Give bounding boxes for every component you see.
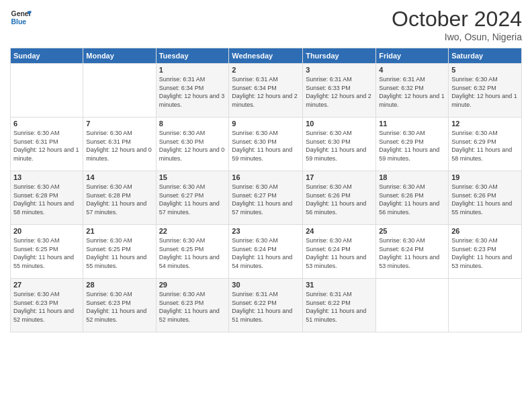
- cell-details: Sunrise: 6:30 AMSunset: 6:24 PMDaylight:…: [306, 236, 373, 270]
- table-row: 6 Sunrise: 6:30 AMSunset: 6:31 PMDayligh…: [11, 118, 522, 171]
- table-row: 27 Sunrise: 6:30 AMSunset: 6:23 PMDaylig…: [11, 279, 522, 332]
- calendar-cell: 23 Sunrise: 6:30 AMSunset: 6:24 PMDaylig…: [229, 225, 303, 279]
- day-number: 2: [232, 66, 300, 74]
- day-number: 17: [306, 173, 373, 181]
- calendar-cell: 3 Sunrise: 6:31 AMSunset: 6:33 PMDayligh…: [303, 64, 376, 118]
- calendar-cell: 25 Sunrise: 6:30 AMSunset: 6:24 PMDaylig…: [376, 225, 449, 279]
- calendar-cell: 20 Sunrise: 6:30 AMSunset: 6:25 PMDaylig…: [11, 225, 83, 279]
- calendar-cell: 18 Sunrise: 6:30 AMSunset: 6:26 PMDaylig…: [376, 171, 449, 225]
- cell-details: Sunrise: 6:30 AMSunset: 6:32 PMDaylight:…: [451, 75, 519, 109]
- cell-details: Sunrise: 6:30 AMSunset: 6:25 PMDaylight:…: [86, 236, 152, 270]
- day-number: 26: [451, 227, 519, 235]
- calendar-cell: [11, 64, 83, 118]
- col-sunday: Sunday: [11, 48, 83, 64]
- calendar-cell: 2 Sunrise: 6:31 AMSunset: 6:34 PMDayligh…: [229, 64, 303, 118]
- cell-details: Sunrise: 6:30 AMSunset: 6:27 PMDaylight:…: [159, 183, 226, 216]
- calendar-cell: 12 Sunrise: 6:30 AMSunset: 6:29 PMDaylig…: [449, 118, 522, 171]
- table-row: 13 Sunrise: 6:30 AMSunset: 6:28 PMDaylig…: [11, 171, 522, 225]
- calendar-cell: 10 Sunrise: 6:30 AMSunset: 6:30 PMDaylig…: [303, 118, 376, 171]
- calendar-cell: 4 Sunrise: 6:31 AMSunset: 6:32 PMDayligh…: [376, 64, 449, 118]
- cell-details: Sunrise: 6:31 AMSunset: 6:34 PMDaylight:…: [232, 75, 300, 109]
- calendar-cell: 28 Sunrise: 6:30 AMSunset: 6:23 PMDaylig…: [83, 279, 156, 332]
- calendar-cell: 19 Sunrise: 6:30 AMSunset: 6:26 PMDaylig…: [449, 171, 522, 225]
- day-number: 22: [159, 227, 226, 235]
- cell-details: Sunrise: 6:30 AMSunset: 6:23 PMDaylight:…: [13, 290, 80, 324]
- calendar-cell: 29 Sunrise: 6:30 AMSunset: 6:23 PMDaylig…: [156, 279, 229, 332]
- day-number: 11: [379, 120, 445, 128]
- page-header: General Blue October 2024 Iwo, Osun, Nig…: [10, 7, 522, 42]
- day-number: 7: [86, 120, 152, 128]
- cell-details: Sunrise: 6:31 AMSunset: 6:22 PMDaylight:…: [306, 290, 373, 324]
- calendar-cell: 1 Sunrise: 6:31 AMSunset: 6:34 PMDayligh…: [156, 64, 229, 118]
- day-number: 23: [232, 227, 300, 235]
- day-number: 9: [232, 120, 300, 128]
- cell-details: Sunrise: 6:31 AMSunset: 6:32 PMDaylight:…: [379, 75, 445, 109]
- cell-details: Sunrise: 6:30 AMSunset: 6:29 PMDaylight:…: [451, 129, 519, 163]
- day-number: 1: [159, 66, 226, 74]
- cell-details: Sunrise: 6:30 AMSunset: 6:25 PMDaylight:…: [13, 236, 80, 270]
- calendar-cell: 9 Sunrise: 6:30 AMSunset: 6:30 PMDayligh…: [229, 118, 303, 171]
- col-monday: Monday: [83, 48, 156, 64]
- day-number: 18: [379, 173, 445, 181]
- calendar-cell: 15 Sunrise: 6:30 AMSunset: 6:27 PMDaylig…: [156, 171, 229, 225]
- calendar-cell: 26 Sunrise: 6:30 AMSunset: 6:23 PMDaylig…: [449, 225, 522, 279]
- cell-details: Sunrise: 6:30 AMSunset: 6:23 PMDaylight:…: [451, 236, 519, 270]
- calendar-cell: 11 Sunrise: 6:30 AMSunset: 6:29 PMDaylig…: [376, 118, 449, 171]
- cell-details: Sunrise: 6:31 AMSunset: 6:34 PMDaylight:…: [159, 75, 226, 109]
- day-number: 21: [86, 227, 152, 235]
- cell-details: Sunrise: 6:30 AMSunset: 6:26 PMDaylight:…: [451, 183, 519, 216]
- day-number: 8: [159, 120, 226, 128]
- cell-details: Sunrise: 6:31 AMSunset: 6:33 PMDaylight:…: [306, 75, 373, 109]
- cell-details: Sunrise: 6:30 AMSunset: 6:29 PMDaylight:…: [379, 129, 445, 163]
- logo: General Blue: [10, 7, 32, 28]
- day-number: 15: [159, 173, 226, 181]
- day-number: 19: [451, 173, 519, 181]
- day-number: 24: [306, 227, 373, 235]
- cell-details: Sunrise: 6:30 AMSunset: 6:24 PMDaylight:…: [232, 236, 300, 270]
- title-block: October 2024 Iwo, Osun, Nigeria: [392, 7, 522, 42]
- calendar-cell: 24 Sunrise: 6:30 AMSunset: 6:24 PMDaylig…: [303, 225, 376, 279]
- cell-details: Sunrise: 6:30 AMSunset: 6:25 PMDaylight:…: [159, 236, 226, 270]
- cell-details: Sunrise: 6:30 AMSunset: 6:23 PMDaylight:…: [159, 290, 226, 324]
- calendar-cell: 5 Sunrise: 6:30 AMSunset: 6:32 PMDayligh…: [449, 64, 522, 118]
- day-number: 25: [379, 227, 445, 235]
- calendar-cell: [449, 279, 522, 332]
- col-tuesday: Tuesday: [156, 48, 229, 64]
- calendar-cell: 16 Sunrise: 6:30 AMSunset: 6:27 PMDaylig…: [229, 171, 303, 225]
- calendar-cell: 14 Sunrise: 6:30 AMSunset: 6:28 PMDaylig…: [83, 171, 156, 225]
- day-number: 13: [13, 173, 80, 181]
- cell-details: Sunrise: 6:30 AMSunset: 6:26 PMDaylight:…: [306, 183, 373, 216]
- table-row: 1 Sunrise: 6:31 AMSunset: 6:34 PMDayligh…: [11, 64, 522, 118]
- cell-details: Sunrise: 6:30 AMSunset: 6:26 PMDaylight:…: [379, 183, 445, 216]
- col-saturday: Saturday: [449, 48, 522, 64]
- day-number: 31: [306, 281, 373, 289]
- calendar-cell: 27 Sunrise: 6:30 AMSunset: 6:23 PMDaylig…: [11, 279, 83, 332]
- calendar-page: General Blue October 2024 Iwo, Osun, Nig…: [0, 0, 532, 411]
- calendar-cell: 31 Sunrise: 6:31 AMSunset: 6:22 PMDaylig…: [303, 279, 376, 332]
- day-number: 6: [13, 120, 80, 128]
- day-number: 3: [306, 66, 373, 74]
- calendar-cell: [83, 64, 156, 118]
- calendar-cell: 22 Sunrise: 6:30 AMSunset: 6:25 PMDaylig…: [156, 225, 229, 279]
- table-row: 20 Sunrise: 6:30 AMSunset: 6:25 PMDaylig…: [11, 225, 522, 279]
- day-number: 30: [232, 281, 300, 289]
- day-number: 10: [306, 120, 373, 128]
- month-title: October 2024: [392, 7, 522, 32]
- day-number: 4: [379, 66, 445, 74]
- day-number: 27: [13, 281, 80, 289]
- calendar-cell: 8 Sunrise: 6:30 AMSunset: 6:30 PMDayligh…: [156, 118, 229, 171]
- calendar-cell: [376, 279, 449, 332]
- day-number: 29: [159, 281, 226, 289]
- header-row: Sunday Monday Tuesday Wednesday Thursday…: [11, 48, 522, 64]
- calendar-cell: 7 Sunrise: 6:30 AMSunset: 6:31 PMDayligh…: [83, 118, 156, 171]
- day-number: 12: [451, 120, 519, 128]
- cell-details: Sunrise: 6:30 AMSunset: 6:28 PMDaylight:…: [86, 183, 152, 216]
- day-number: 5: [451, 66, 519, 74]
- col-wednesday: Wednesday: [229, 48, 303, 64]
- cell-details: Sunrise: 6:30 AMSunset: 6:31 PMDaylight:…: [86, 129, 152, 163]
- calendar-cell: 6 Sunrise: 6:30 AMSunset: 6:31 PMDayligh…: [11, 118, 83, 171]
- cell-details: Sunrise: 6:30 AMSunset: 6:28 PMDaylight:…: [13, 183, 80, 216]
- logo-icon: General Blue: [10, 7, 32, 28]
- col-thursday: Thursday: [303, 48, 376, 64]
- cell-details: Sunrise: 6:30 AMSunset: 6:31 PMDaylight:…: [13, 129, 80, 163]
